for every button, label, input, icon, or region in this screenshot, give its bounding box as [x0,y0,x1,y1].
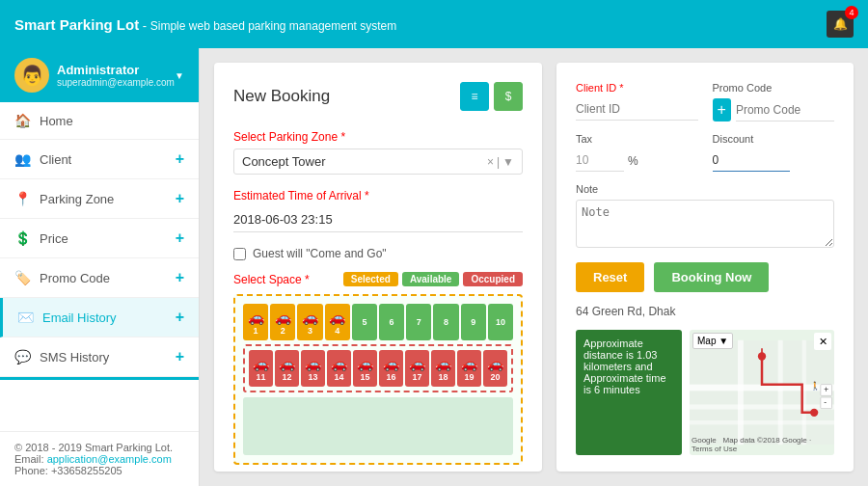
sidebar-item-parking-zone[interactable]: 📍 Parking Zone + [0,179,199,219]
address-text: 64 Green Rd, Dhak [576,304,834,318]
eta-input[interactable] [233,207,523,232]
space-12[interactable]: 🚗12 [275,350,299,387]
sidebar-item-label: Client [40,152,71,167]
percent-sign: % [628,154,638,172]
avatar: 👨 [14,58,49,93]
selected-badge: Selected [343,272,398,286]
client-id-group: Client ID * [576,82,698,122]
add-promo-code-icon[interactable]: + [176,269,184,286]
space-9[interactable]: 9 [461,304,486,340]
select-clear-icon[interactable]: × [487,155,494,169]
new-booking-card: New Booking ≡ $ Select Parking Zone * Co… [214,63,542,472]
parking-grid: 🚗1🚗2🚗3🚗45678910 🚗11🚗12🚗13🚗14🚗15🚗16🚗17🚗18… [233,294,523,465]
space-6[interactable]: 6 [379,304,404,340]
user-section[interactable]: 👨 Administrator superadmin@example.com ▼ [0,48,199,102]
add-sms-history-icon[interactable]: + [176,348,184,365]
select-space-group: Select Space * Selected Available Occupi… [233,272,523,465]
sidebar-item-promo-code[interactable]: 🏷️ Promo Code + [0,258,199,298]
main-content: New Booking ≡ $ Select Parking Zone * Co… [200,48,868,486]
promo-code-label: Promo Code [713,82,835,94]
app-subtitle: Simple web based parking management syst… [150,19,396,33]
legend-badges: Selected Available Occupied [343,272,523,286]
tax-group: Tax % [576,133,698,172]
add-client-icon[interactable]: + [176,150,184,168]
space-10[interactable]: 10 [488,304,513,340]
svg-text:+: + [824,385,828,394]
notification-badge: 4 [845,6,858,19]
notification-bell[interactable]: 🔔 4 [827,11,854,38]
email-history-icon: ✉️ [17,310,33,325]
sidebar-item-label: Parking Zone [40,192,114,206]
add-price-icon[interactable]: + [176,230,184,247]
guest-checkbox[interactable] [233,248,246,260]
client-id-input[interactable] [576,98,698,121]
map-area: Approximate distance is 1.03 kilometers … [576,330,834,455]
price-icon: 💲 [14,230,30,246]
sidebar-divider [0,377,199,380]
map-type-button[interactable]: Map ▼ [692,333,733,349]
tax-input[interactable] [576,149,624,172]
note-group: Note [576,183,834,251]
space-11[interactable]: 🚗11 [249,350,273,387]
note-textarea[interactable] [576,200,834,248]
sidebar-item-client[interactable]: 👥 Client + [0,140,199,179]
tax-label: Tax [576,133,698,145]
space-20[interactable]: 🚗20 [483,350,507,387]
sms-history-icon: 💬 [14,349,30,364]
space-1[interactable]: 🚗1 [243,304,268,340]
space-16[interactable]: 🚗16 [379,350,403,387]
space-2[interactable]: 🚗2 [270,304,295,340]
space-4[interactable]: 🚗4 [325,304,350,340]
svg-rect-5 [778,340,783,445]
parking-zone-select[interactable]: Concept Tower × | ▼ [233,148,523,175]
add-email-history-icon[interactable]: + [176,309,184,326]
space-3[interactable]: 🚗3 [297,304,322,340]
sidebar-item-label: Price [40,231,68,246]
svg-text:-: - [824,397,827,407]
available-badge: Available [402,272,460,286]
space-17[interactable]: 🚗17 [405,350,429,387]
svg-text:🚶: 🚶 [810,381,821,392]
select-dropdown-icon[interactable]: ▼ [502,155,514,169]
eta-label: Estimated Time of Arrival * [233,189,523,202]
sidebar-item-email-history[interactable]: ✉️ Email History + [0,298,199,338]
user-info: 👨 Administrator superadmin@example.com [14,58,175,93]
svg-rect-3 [690,420,834,424]
map-close-button[interactable]: ✕ [814,333,831,350]
sidebar-item-label: Promo Code [40,271,110,285]
eta-group: Estimated Time of Arrival * [233,189,523,232]
discount-input[interactable] [713,149,790,172]
space-7[interactable]: 7 [406,304,431,340]
space-8[interactable]: 8 [433,304,458,340]
dollar-button[interactable]: $ [494,82,523,111]
svg-rect-4 [738,340,744,445]
space-18[interactable]: 🚗18 [431,350,455,387]
space-14[interactable]: 🚗14 [327,350,351,387]
list-view-button[interactable]: ≡ [460,82,489,111]
map-info-box: Approximate distance is 1.03 kilometers … [576,330,682,455]
space-15[interactable]: 🚗15 [353,350,377,387]
space-13[interactable]: 🚗13 [301,350,325,387]
space-19[interactable]: 🚗19 [457,350,481,387]
sidebar-item-sms-history[interactable]: 💬 SMS History + [0,338,199,377]
parking-row-2: 🚗11🚗12🚗13🚗14🚗15🚗16🚗17🚗18🚗19🚗20 [243,344,513,392]
booking-now-button[interactable]: Booking Now [654,262,769,292]
home-icon: 🏠 [14,113,30,128]
card-title: New Booking [233,87,330,106]
add-parking-zone-icon[interactable]: + [176,190,184,207]
promo-add-button[interactable]: + [713,98,731,122]
occupied-badge: Occupied [463,272,523,286]
tax-discount-row: Tax % Discount [576,133,834,172]
sidebar-footer: © 2018 - 2019 Smart Parking Lot. Email: … [0,431,199,486]
sidebar-item-price[interactable]: 💲 Price + [0,219,199,258]
reset-button[interactable]: Reset [576,262,644,292]
promo-code-input[interactable] [736,99,834,122]
parking-zone-label: Select Parking Zone * [233,130,523,144]
footer-email: Email: application@example.com [14,453,184,465]
sidebar-item-home[interactable]: 🏠 Home [0,102,199,140]
sidebar-item-label: Home [40,114,73,128]
client-promo-row: Client ID * Promo Code + [576,82,834,122]
map-placeholder[interactable]: ✕ Map ▼ [690,330,834,455]
google-footer: Google Map data ©2018 Google · Terms of … [692,436,834,453]
space-5[interactable]: 5 [352,304,377,340]
